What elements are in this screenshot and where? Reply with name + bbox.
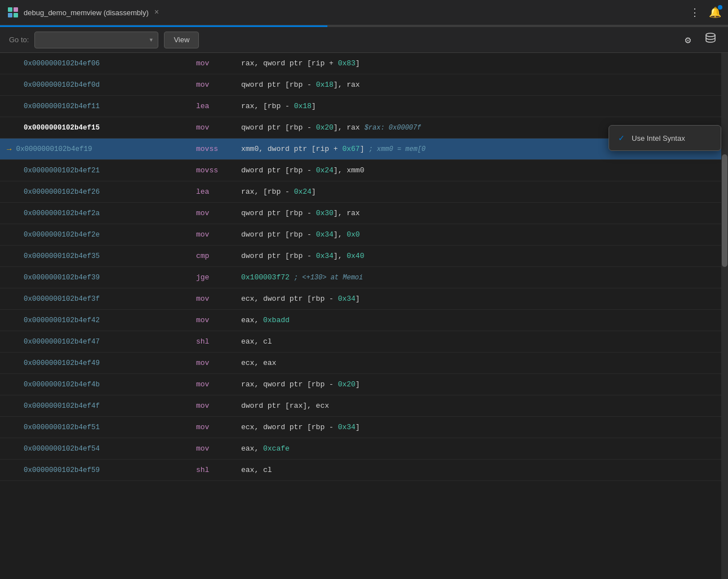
- tab-close-button[interactable]: ×: [154, 8, 159, 17]
- settings-button[interactable]: ⚙: [680, 32, 696, 48]
- mnemonic: movss: [196, 166, 241, 175]
- address-cell: 0x0000000102b4ef47: [0, 338, 192, 346]
- instruction-cell: movdword ptr [rbp - 0x34], 0x0: [192, 230, 728, 239]
- svg-point-4: [706, 33, 715, 37]
- notification-button[interactable]: 🔔: [709, 6, 721, 19]
- address-value: 0x0000000102b4ef47: [24, 338, 100, 346]
- table-row[interactable]: 0x0000000102b4ef06movrax, qword ptr [rip…: [0, 53, 728, 74]
- table-row[interactable]: 0x0000000102b4ef49movecx, eax: [0, 353, 728, 374]
- mnemonic: mov: [196, 402, 241, 410]
- instruction-cell: movrax, qword ptr [rbp - 0x20]: [192, 380, 728, 389]
- table-row[interactable]: 0x0000000102b4ef4bmovrax, qword ptr [rbp…: [0, 374, 728, 395]
- table-row[interactable]: 0x0000000102b4ef2amovqword ptr [rbp - 0x…: [0, 203, 728, 224]
- address-value: 0x0000000102b4ef4b: [24, 381, 100, 389]
- use-intel-syntax-item[interactable]: ✓ Use Intel Syntax: [609, 129, 721, 147]
- table-row[interactable]: 0x0000000102b4ef59shleax, cl: [0, 460, 728, 481]
- goto-label: Go to:: [9, 35, 29, 44]
- table-row[interactable]: 0x0000000102b4ef35cmpdword ptr [rbp - 0x…: [0, 246, 728, 267]
- address-value: 0x0000000102b4ef2a: [24, 210, 100, 217]
- table-row[interactable]: 0x0000000102b4ef3fmovecx, dword ptr [rbp…: [0, 288, 728, 310]
- hex-value: 0x34: [316, 252, 334, 260]
- mnemonic: mov: [196, 81, 241, 89]
- address-cell: 0x0000000102b4ef51: [0, 424, 192, 431]
- title-bar: debug_demo_memview (disassembly) × ⋮ 🔔: [0, 0, 728, 25]
- scrollbar-thumb[interactable]: [722, 154, 727, 267]
- hex-value: 0x18: [316, 81, 334, 89]
- address-cell: 0x0000000102b4ef26: [0, 188, 192, 196]
- instruction-cell: jge0x100003f72; <+130> at Memoi: [192, 273, 728, 282]
- address-cell: 0x0000000102b4ef3f: [0, 295, 192, 303]
- address-value: 0x0000000102b4ef59: [24, 466, 100, 474]
- more-options-button[interactable]: ⋮: [690, 6, 700, 19]
- operands: rax, qword ptr [rbp - 0x20]: [241, 380, 360, 389]
- goto-dropdown-icon[interactable]: ▾: [149, 35, 153, 44]
- goto-input[interactable]: [39, 35, 149, 44]
- operands: ecx, dword ptr [rbp - 0x34]: [241, 295, 360, 303]
- main-content: 0x0000000102b4ef06movrax, qword ptr [rip…: [0, 53, 728, 579]
- hex-value: 0x67: [342, 145, 359, 153]
- address-value: 0x0000000102b4ef26: [24, 188, 100, 196]
- hex-value-2: 0x0: [347, 230, 359, 239]
- address-value: 0x0000000102b4ef06: [24, 60, 100, 68]
- operands: eax, cl: [241, 337, 272, 346]
- operands: dword ptr [rbp - 0x34], 0x40: [241, 252, 364, 260]
- instruction-comment: ; <+130> at Memoi: [294, 274, 363, 282]
- operands: xmm0, dword ptr [rip + 0x67]: [241, 145, 364, 153]
- checkmark-icon: ✓: [618, 133, 626, 142]
- instruction-comment: ; xmm0 = mem[0: [369, 145, 425, 153]
- table-row[interactable]: 0x0000000102b4ef26learax, [rbp - 0x24]: [0, 181, 728, 203]
- address-cell: 0x0000000102b4ef2a: [0, 210, 192, 217]
- table-row[interactable]: 0x0000000102b4ef4fmovdword ptr [rax], ec…: [0, 395, 728, 417]
- address-value: 0x0000000102b4ef49: [24, 359, 100, 367]
- table-row[interactable]: 0x0000000102b4ef2emovdword ptr [rbp - 0x…: [0, 224, 728, 246]
- operands: eax, 0xcafe: [241, 444, 290, 453]
- operands: ecx, eax: [241, 359, 276, 367]
- operands: eax, cl: [241, 466, 272, 474]
- instruction-cell: movssdword ptr [rbp - 0x24], xmm0: [192, 166, 728, 175]
- operands: rax, [rbp - 0x24]: [241, 188, 316, 196]
- mnemonic: mov: [196, 380, 241, 389]
- table-row[interactable]: 0x0000000102b4ef51movecx, dword ptr [rbp…: [0, 417, 728, 438]
- instruction-cell: learax, [rbp - 0x24]: [192, 188, 728, 196]
- settings-icon: ⚙: [685, 34, 691, 46]
- mnemonic: mov: [196, 359, 241, 367]
- address-cell: 0x0000000102b4ef35: [0, 252, 192, 260]
- address-cell: 0x0000000102b4ef11: [0, 103, 192, 110]
- instruction-cell: shleax, cl: [192, 466, 728, 474]
- hex-value: 0x100003f72: [241, 273, 290, 282]
- instruction-cell: movecx, eax: [192, 359, 728, 367]
- address-cell: 0x0000000102b4ef21: [0, 167, 192, 175]
- view-button[interactable]: View: [164, 32, 199, 48]
- mnemonic: shl: [196, 466, 241, 474]
- table-row[interactable]: 0x0000000102b4ef21movssdword ptr [rbp - …: [0, 160, 728, 181]
- address-cell: 0x0000000102b4ef2e: [0, 231, 192, 239]
- mnemonic: mov: [196, 59, 241, 68]
- instruction-cell: movecx, dword ptr [rbp - 0x34]: [192, 295, 728, 303]
- table-row[interactable]: 0x0000000102b4ef0dmovqword ptr [rbp - 0x…: [0, 74, 728, 96]
- table-row[interactable]: 0x0000000102b4ef47shleax, cl: [0, 331, 728, 353]
- hex-value: 0x30: [316, 209, 334, 217]
- svg-rect-0: [8, 7, 12, 12]
- table-row[interactable]: 0x0000000102b4ef39jge0x100003f72; <+130>…: [0, 267, 728, 288]
- svg-rect-1: [14, 7, 18, 12]
- use-intel-syntax-label: Use Intel Syntax: [632, 134, 685, 142]
- address-cell: 0x0000000102b4ef4b: [0, 381, 192, 389]
- address-value: 0x0000000102b4ef4f: [24, 402, 100, 410]
- scrollbar[interactable]: [721, 53, 728, 579]
- instruction-cell: movrax, qword ptr [rip + 0x83]: [192, 59, 728, 68]
- db-button[interactable]: [702, 32, 719, 48]
- table-row[interactable]: 0x0000000102b4ef54moveax, 0xcafe: [0, 438, 728, 460]
- goto-input-wrapper[interactable]: ▾: [34, 32, 158, 48]
- mnemonic: lea: [196, 102, 241, 110]
- table-row[interactable]: 0x0000000102b4ef42moveax, 0xbadd: [0, 310, 728, 331]
- table-row[interactable]: 0x0000000102b4ef11learax, [rbp - 0x18]: [0, 96, 728, 117]
- mnemonic: mov: [196, 444, 241, 453]
- mnemonic: mov: [196, 123, 241, 132]
- mnemonic: lea: [196, 188, 241, 196]
- operands: dword ptr [rax], ecx: [241, 402, 329, 410]
- operands: 0x100003f72: [241, 273, 290, 282]
- address-value: 0x0000000102b4ef2e: [24, 231, 100, 239]
- instruction-comment: $rax: 0x00007f: [365, 124, 421, 132]
- instruction-cell: movecx, dword ptr [rbp - 0x34]: [192, 423, 728, 431]
- mnemonic: movss: [196, 145, 241, 153]
